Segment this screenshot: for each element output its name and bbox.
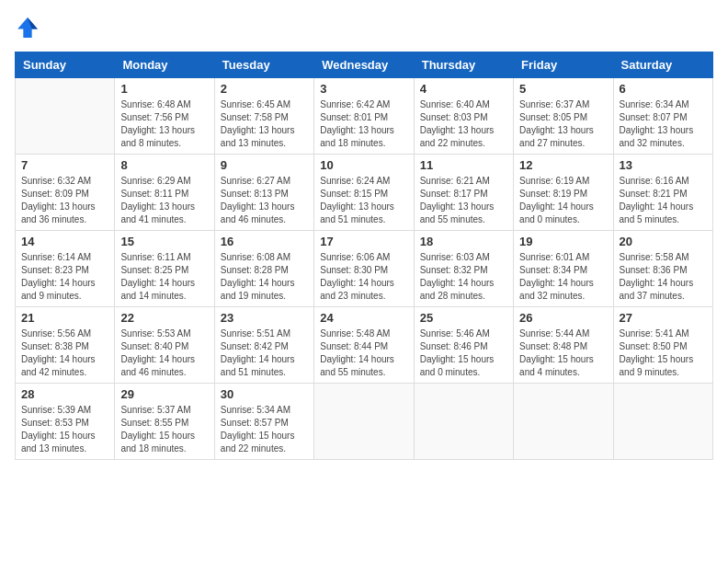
- calendar-cell: 14Sunrise: 6:14 AMSunset: 8:23 PMDayligh…: [16, 231, 115, 307]
- day-number: 22: [120, 311, 208, 325]
- day-number: 25: [420, 311, 507, 325]
- day-number: 23: [221, 311, 308, 325]
- day-info: Sunrise: 6:08 AMSunset: 8:28 PMDaylight:…: [221, 251, 308, 303]
- calendar-cell: [16, 78, 115, 155]
- calendar-cell: 5Sunrise: 6:37 AMSunset: 8:05 PMDaylight…: [514, 78, 613, 155]
- day-info: Sunrise: 6:27 AMSunset: 8:13 PMDaylight:…: [221, 175, 308, 226]
- day-number: 5: [519, 82, 607, 96]
- day-number: 28: [21, 387, 108, 401]
- calendar-header-row: SundayMondayTuesdayWednesdayThursdayFrid…: [16, 52, 713, 78]
- day-number: 10: [320, 158, 407, 172]
- day-info: Sunrise: 6:19 AMSunset: 8:19 PMDaylight:…: [519, 175, 607, 226]
- calendar-cell: 24Sunrise: 5:48 AMSunset: 8:44 PMDayligh…: [314, 307, 414, 384]
- day-number: 14: [21, 235, 108, 248]
- day-number: 21: [21, 311, 108, 325]
- day-info: Sunrise: 6:16 AMSunset: 8:21 PMDaylight:…: [620, 175, 707, 226]
- calendar-cell: 15Sunrise: 6:11 AMSunset: 8:25 PMDayligh…: [115, 231, 214, 307]
- day-info: Sunrise: 5:53 AMSunset: 8:40 PMDaylight:…: [120, 327, 208, 379]
- day-number: 8: [120, 158, 208, 172]
- calendar-cell: 7Sunrise: 6:32 AMSunset: 8:09 PMDaylight…: [16, 155, 115, 231]
- day-info: Sunrise: 6:29 AMSunset: 8:11 PMDaylight:…: [120, 175, 208, 226]
- calendar-cell: 25Sunrise: 5:46 AMSunset: 8:46 PMDayligh…: [414, 307, 513, 384]
- day-info: Sunrise: 5:56 AMSunset: 8:38 PMDaylight:…: [21, 327, 108, 379]
- day-number: 4: [420, 82, 507, 96]
- day-info: Sunrise: 6:21 AMSunset: 8:17 PMDaylight:…: [420, 175, 507, 226]
- calendar-cell: 11Sunrise: 6:21 AMSunset: 8:17 PMDayligh…: [414, 155, 513, 231]
- calendar-cell: 27Sunrise: 5:41 AMSunset: 8:50 PMDayligh…: [613, 307, 712, 384]
- day-info: Sunrise: 6:24 AMSunset: 8:15 PMDaylight:…: [320, 175, 407, 226]
- day-number: 18: [420, 235, 507, 248]
- day-number: 24: [320, 311, 407, 325]
- calendar-cell: 18Sunrise: 6:03 AMSunset: 8:32 PMDayligh…: [414, 231, 513, 307]
- day-number: 1: [120, 82, 208, 96]
- logo-icon: [15, 15, 40, 40]
- day-info: Sunrise: 6:01 AMSunset: 8:34 PMDaylight:…: [519, 251, 607, 303]
- day-info: Sunrise: 5:58 AMSunset: 8:36 PMDaylight:…: [620, 251, 707, 303]
- calendar-cell: 9Sunrise: 6:27 AMSunset: 8:13 PMDaylight…: [214, 155, 313, 231]
- calendar-cell: 8Sunrise: 6:29 AMSunset: 8:11 PMDaylight…: [115, 155, 214, 231]
- calendar-cell: 21Sunrise: 5:56 AMSunset: 8:38 PMDayligh…: [16, 307, 115, 384]
- day-info: Sunrise: 5:44 AMSunset: 8:48 PMDaylight:…: [519, 327, 607, 379]
- calendar-cell: 10Sunrise: 6:24 AMSunset: 8:15 PMDayligh…: [314, 155, 414, 231]
- day-info: Sunrise: 6:11 AMSunset: 8:25 PMDaylight:…: [120, 251, 208, 303]
- calendar-cell: 1Sunrise: 6:48 AMSunset: 7:56 PMDaylight…: [115, 78, 214, 155]
- day-number: 16: [221, 235, 308, 248]
- weekday-header: Saturday: [613, 52, 712, 78]
- day-number: 29: [120, 387, 208, 401]
- day-number: 17: [320, 235, 407, 248]
- calendar-cell: 2Sunrise: 6:45 AMSunset: 7:58 PMDaylight…: [214, 78, 313, 155]
- calendar-cell: 26Sunrise: 5:44 AMSunset: 8:48 PMDayligh…: [514, 307, 613, 384]
- day-number: 19: [519, 235, 607, 248]
- calendar-cell: 13Sunrise: 6:16 AMSunset: 8:21 PMDayligh…: [613, 155, 712, 231]
- day-info: Sunrise: 5:37 AMSunset: 8:55 PMDaylight:…: [120, 404, 208, 455]
- day-number: 2: [221, 82, 308, 96]
- day-number: 12: [519, 158, 607, 172]
- calendar-cell: 17Sunrise: 6:06 AMSunset: 8:30 PMDayligh…: [314, 231, 414, 307]
- calendar-cell: 19Sunrise: 6:01 AMSunset: 8:34 PMDayligh…: [514, 231, 613, 307]
- day-info: Sunrise: 5:41 AMSunset: 8:50 PMDaylight:…: [620, 327, 707, 379]
- weekday-header: Tuesday: [214, 52, 313, 78]
- day-number: 20: [620, 235, 707, 248]
- day-number: 11: [420, 158, 507, 172]
- day-info: Sunrise: 5:46 AMSunset: 8:46 PMDaylight:…: [420, 327, 507, 379]
- calendar-cell: [314, 384, 414, 460]
- day-info: Sunrise: 6:42 AMSunset: 8:01 PMDaylight:…: [320, 98, 407, 150]
- day-number: 26: [519, 311, 607, 325]
- calendar-week-row: 1Sunrise: 6:48 AMSunset: 7:56 PMDaylight…: [16, 78, 713, 155]
- day-info: Sunrise: 6:03 AMSunset: 8:32 PMDaylight:…: [420, 251, 507, 303]
- weekday-header: Monday: [115, 52, 214, 78]
- calendar-table: SundayMondayTuesdayWednesdayThursdayFrid…: [15, 52, 713, 460]
- day-number: 9: [221, 158, 308, 172]
- day-info: Sunrise: 6:48 AMSunset: 7:56 PMDaylight:…: [120, 98, 208, 150]
- calendar-cell: [613, 384, 712, 460]
- day-number: 6: [620, 82, 707, 96]
- weekday-header: Friday: [514, 52, 613, 78]
- weekday-header: Wednesday: [314, 52, 414, 78]
- day-info: Sunrise: 6:06 AMSunset: 8:30 PMDaylight:…: [320, 251, 407, 303]
- day-info: Sunrise: 5:39 AMSunset: 8:53 PMDaylight:…: [21, 404, 108, 455]
- day-info: Sunrise: 6:37 AMSunset: 8:05 PMDaylight:…: [519, 98, 607, 150]
- day-info: Sunrise: 5:34 AMSunset: 8:57 PMDaylight:…: [221, 404, 308, 455]
- calendar-cell: 16Sunrise: 6:08 AMSunset: 8:28 PMDayligh…: [214, 231, 313, 307]
- calendar-cell: 30Sunrise: 5:34 AMSunset: 8:57 PMDayligh…: [214, 384, 313, 460]
- calendar-cell: [514, 384, 613, 460]
- calendar-week-row: 28Sunrise: 5:39 AMSunset: 8:53 PMDayligh…: [16, 384, 713, 460]
- calendar-cell: 22Sunrise: 5:53 AMSunset: 8:40 PMDayligh…: [115, 307, 214, 384]
- day-number: 3: [320, 82, 407, 96]
- day-number: 27: [620, 311, 707, 325]
- day-info: Sunrise: 6:14 AMSunset: 8:23 PMDaylight:…: [21, 251, 108, 303]
- logo: [15, 15, 44, 40]
- calendar-week-row: 7Sunrise: 6:32 AMSunset: 8:09 PMDaylight…: [16, 155, 713, 231]
- calendar-cell: 12Sunrise: 6:19 AMSunset: 8:19 PMDayligh…: [514, 155, 613, 231]
- calendar-cell: 28Sunrise: 5:39 AMSunset: 8:53 PMDayligh…: [16, 384, 115, 460]
- day-number: 30: [221, 387, 308, 401]
- calendar-cell: 4Sunrise: 6:40 AMSunset: 8:03 PMDaylight…: [414, 78, 513, 155]
- day-info: Sunrise: 5:51 AMSunset: 8:42 PMDaylight:…: [221, 327, 308, 379]
- day-info: Sunrise: 6:40 AMSunset: 8:03 PMDaylight:…: [420, 98, 507, 150]
- calendar-cell: 6Sunrise: 6:34 AMSunset: 8:07 PMDaylight…: [613, 78, 712, 155]
- day-info: Sunrise: 6:45 AMSunset: 7:58 PMDaylight:…: [221, 98, 308, 150]
- page-header: [15, 15, 713, 40]
- calendar-week-row: 21Sunrise: 5:56 AMSunset: 8:38 PMDayligh…: [16, 307, 713, 384]
- weekday-header: Sunday: [16, 52, 115, 78]
- day-info: Sunrise: 5:48 AMSunset: 8:44 PMDaylight:…: [320, 327, 407, 379]
